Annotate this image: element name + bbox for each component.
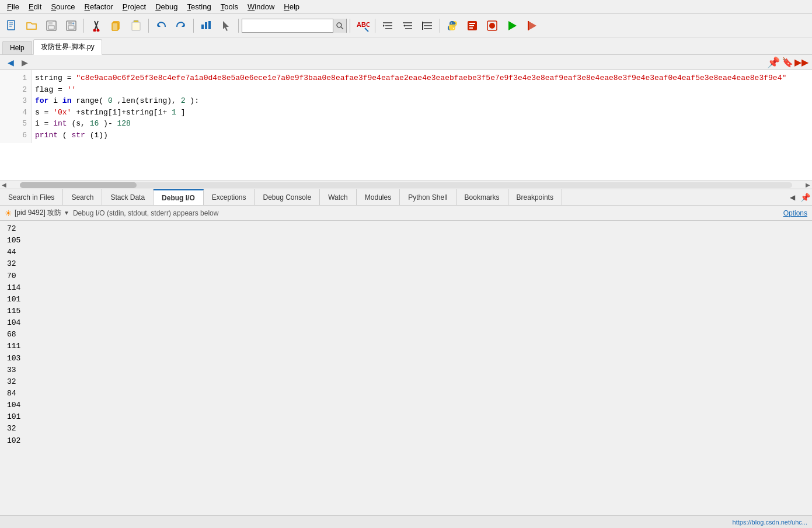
status-url[interactable]: https://blog.csdn.net/uhc... bbox=[733, 519, 807, 526]
comment-button[interactable] bbox=[418, 16, 437, 35]
open-file-button[interactable] bbox=[22, 16, 41, 35]
tab-watch[interactable]: Watch bbox=[320, 189, 357, 205]
scroll-thumb[interactable] bbox=[20, 182, 137, 188]
debug-process-selector[interactable]: ☀ [pid 9492] 攻防 ▼ bbox=[5, 208, 69, 218]
step-over-button[interactable] bbox=[197, 16, 215, 35]
svg-marker-32 bbox=[403, 25, 405, 27]
nav-row: ◀ ▶ 📌 🔖 ▶▶ bbox=[0, 55, 812, 70]
output-line-16: 104 bbox=[7, 400, 805, 411]
svg-point-37 bbox=[451, 22, 452, 23]
tab-debug-console[interactable]: Debug Console bbox=[255, 189, 320, 205]
process-label: [pid 9492] 攻防 bbox=[15, 208, 61, 218]
nav-back-button[interactable]: ◀ bbox=[5, 57, 16, 68]
svg-rect-6 bbox=[48, 26, 54, 29]
panel-tabs-left-arrow[interactable]: ◀ bbox=[786, 189, 798, 206]
unindent-button[interactable] bbox=[398, 16, 417, 35]
svg-rect-41 bbox=[469, 25, 474, 26]
select-tool-button[interactable] bbox=[217, 16, 235, 35]
tab-breakpoints[interactable]: Breakpoints bbox=[508, 189, 562, 205]
svg-rect-5 bbox=[48, 21, 53, 25]
output-line-6: 114 bbox=[7, 282, 805, 294]
menu-file[interactable]: File bbox=[2, 1, 24, 12]
debug-options-link[interactable]: Options bbox=[783, 209, 807, 217]
status-bar: https://blog.csdn.net/uhc... bbox=[0, 515, 812, 528]
svg-rect-42 bbox=[469, 27, 473, 29]
output-content[interactable]: 72 105 44 32 70 114 101 115 104 68 111 1… bbox=[0, 221, 812, 515]
tab-stack-data[interactable]: Stack Data bbox=[102, 189, 154, 205]
tab-python-shell[interactable]: Python Shell bbox=[400, 189, 456, 205]
output-line-18: 32 bbox=[7, 423, 805, 435]
menu-project[interactable]: Project bbox=[118, 1, 151, 12]
debug-info-text: Debug I/O (stdin, stdout, stderr) appear… bbox=[73, 209, 780, 217]
svg-line-23 bbox=[341, 27, 343, 29]
menu-tools[interactable]: Tools bbox=[216, 1, 243, 12]
debug-header: ☀ [pid 9492] 攻防 ▼ Debug I/O (stdin, stdo… bbox=[0, 206, 812, 221]
menu-source[interactable]: Source bbox=[46, 1, 79, 12]
toolbar-search-input[interactable] bbox=[242, 19, 333, 32]
bookmark-icon[interactable]: 📌 bbox=[768, 57, 779, 68]
copy-button[interactable] bbox=[107, 16, 126, 35]
svg-rect-40 bbox=[469, 23, 475, 24]
output-line-14: 32 bbox=[7, 376, 805, 388]
cut-button[interactable] bbox=[87, 16, 106, 35]
svg-text:ABC: ABC bbox=[357, 21, 370, 28]
indent-right-button[interactable] bbox=[378, 16, 397, 35]
nav-forward-button[interactable]: ▶ bbox=[19, 57, 30, 68]
code-line-2: flag = '' bbox=[35, 84, 810, 96]
editor-area[interactable]: 1 2 3 4 5 6 string = "c8e9aca0c6f2e5f3e8… bbox=[0, 70, 812, 181]
menu-debug[interactable]: Debug bbox=[151, 1, 182, 12]
output-line-7: 101 bbox=[7, 294, 805, 305]
toolbar-sep-6 bbox=[375, 19, 375, 33]
save-button[interactable] bbox=[42, 16, 61, 35]
output-line-15: 84 bbox=[7, 388, 805, 400]
python-button[interactable] bbox=[443, 16, 462, 35]
bottom-section: Search in Files Search Stack Data Debug … bbox=[0, 189, 812, 528]
menu-testing[interactable]: Testing bbox=[183, 1, 216, 12]
redo-button[interactable] bbox=[172, 16, 190, 35]
tab-search[interactable]: Search bbox=[63, 189, 102, 205]
nav-close[interactable]: ▶▶ bbox=[796, 57, 807, 68]
scroll-left-arrow[interactable]: ◀ bbox=[0, 181, 8, 189]
svg-marker-45 bbox=[508, 21, 517, 30]
output-line-10: 68 bbox=[7, 329, 805, 341]
horizontal-scrollbar[interactable]: ◀ ▶ bbox=[0, 181, 812, 189]
toolbar-sep-4 bbox=[238, 19, 239, 33]
tab-modules[interactable]: Modules bbox=[357, 189, 400, 205]
tab-bookmarks[interactable]: Bookmarks bbox=[456, 189, 508, 205]
paste-button[interactable] bbox=[127, 16, 145, 35]
run-button[interactable] bbox=[503, 16, 521, 35]
panel-pin-button[interactable]: 📌 bbox=[798, 189, 812, 206]
toolbar: + bbox=[0, 14, 812, 37]
nav-bookmark-2[interactable]: 🔖 bbox=[782, 57, 793, 68]
toolbar-sep-5 bbox=[350, 19, 350, 33]
panel-tabs: Search in Files Search Stack Data Debug … bbox=[0, 189, 812, 206]
svg-rect-19 bbox=[201, 25, 204, 29]
record-button[interactable] bbox=[483, 16, 501, 35]
menu-help[interactable]: Help bbox=[279, 1, 304, 12]
tab-debug-io[interactable]: Debug I/O bbox=[154, 189, 204, 205]
scroll-right-arrow[interactable]: ▶ bbox=[804, 181, 812, 189]
config-button[interactable] bbox=[463, 16, 482, 35]
tab-exceptions[interactable]: Exceptions bbox=[204, 189, 255, 205]
tab-search-in-files[interactable]: Search in Files bbox=[0, 189, 63, 205]
toolbar-search-button[interactable] bbox=[333, 19, 346, 33]
menu-edit[interactable]: Edit bbox=[24, 1, 46, 12]
svg-marker-46 bbox=[528, 21, 536, 30]
toolbar-search-box bbox=[242, 19, 347, 33]
new-file-button[interactable] bbox=[2, 16, 21, 35]
menu-window[interactable]: Window bbox=[243, 1, 279, 12]
undo-button[interactable] bbox=[152, 16, 170, 35]
code-line-6: print ( str (i)) bbox=[35, 130, 810, 141]
menu-refactor[interactable]: Refactor bbox=[80, 1, 118, 12]
spell-check-button[interactable]: ABC bbox=[353, 16, 372, 35]
process-dropdown-arrow[interactable]: ▼ bbox=[64, 210, 69, 216]
tab-help[interactable]: Help bbox=[2, 41, 32, 54]
extra-button[interactable] bbox=[522, 16, 541, 35]
output-line-12: 103 bbox=[7, 353, 805, 364]
output-line-2: 105 bbox=[7, 235, 805, 246]
output-line-5: 70 bbox=[7, 270, 805, 282]
save-as-button[interactable]: + bbox=[62, 16, 81, 35]
process-icon: ☀ bbox=[5, 209, 12, 218]
tab-active-file[interactable]: 攻防世界-脚本.py bbox=[33, 39, 102, 55]
scroll-track[interactable] bbox=[20, 182, 792, 188]
